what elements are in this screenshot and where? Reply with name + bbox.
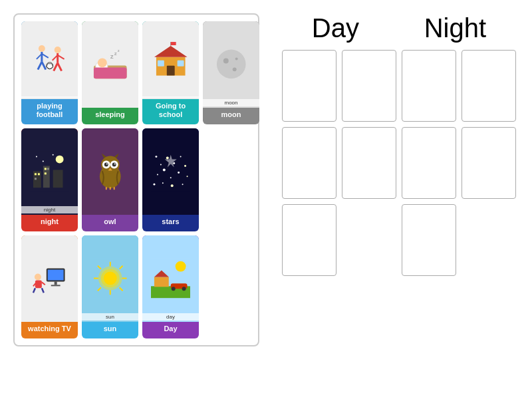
- day-row-2: [282, 127, 396, 199]
- day-drop-zone-4[interactable]: [342, 127, 396, 199]
- svg-point-80: [35, 274, 41, 281]
- svg-point-28: [223, 59, 229, 64]
- svg-marker-21: [154, 45, 188, 57]
- svg-rect-81: [35, 281, 42, 289]
- night-drop-zone-2[interactable]: [462, 50, 516, 122]
- empty-cell-1: [203, 128, 259, 231]
- day-drop-zone-3[interactable]: [282, 127, 336, 199]
- card-mini-label-sun: sun: [82, 313, 138, 321]
- svg-line-2: [38, 61, 42, 69]
- day-drop-zone-1[interactable]: [282, 50, 336, 122]
- card-going-to-school[interactable]: Going to school: [142, 21, 199, 124]
- card-stars[interactable]: stars: [142, 128, 199, 231]
- svg-point-61: [160, 164, 162, 166]
- svg-rect-40: [38, 174, 40, 176]
- card-playing-football[interactable]: playing football: [21, 21, 78, 124]
- svg-text:z: z: [114, 51, 116, 57]
- svg-rect-77: [48, 270, 64, 281]
- card-image-owl: [82, 128, 138, 215]
- night-drop-zone-4[interactable]: [462, 127, 516, 199]
- day-row-3: [282, 204, 396, 276]
- svg-line-3: [42, 61, 46, 69]
- svg-rect-101: [154, 277, 169, 287]
- svg-point-74: [182, 184, 183, 186]
- svg-point-65: [184, 165, 186, 167]
- svg-point-70: [186, 176, 188, 178]
- svg-point-60: [155, 156, 157, 158]
- svg-point-71: [153, 184, 155, 186]
- night-drop-zone-3[interactable]: [402, 127, 456, 199]
- svg-point-27: [217, 50, 246, 79]
- svg-rect-44: [45, 173, 47, 175]
- day-row-1: [282, 50, 396, 122]
- card-mini-label-football: [21, 96, 78, 98]
- svg-line-8: [53, 63, 57, 70]
- svg-line-82: [33, 289, 35, 293]
- night-row-1: [402, 50, 516, 122]
- svg-point-54: [114, 164, 115, 165]
- card-mini-label-school: [142, 96, 199, 98]
- svg-point-72: [162, 183, 164, 184]
- card-day[interactable]: day Day: [142, 235, 199, 338]
- svg-line-9: [57, 63, 61, 70]
- card-mini-label-night: night: [21, 206, 78, 213]
- night-row-2: [402, 127, 516, 199]
- card-image-sun: sun: [82, 235, 138, 322]
- card-grid-panel: playing football z z z sleeping: [13, 13, 259, 346]
- svg-point-67: [163, 169, 166, 172]
- svg-line-5: [42, 53, 49, 57]
- svg-text:z: z: [110, 53, 114, 61]
- day-drop-zone-5[interactable]: [282, 204, 336, 276]
- card-image-moon: moon: [203, 21, 259, 108]
- card-label-stars: stars: [142, 215, 199, 227]
- card-owl[interactable]: owl: [82, 128, 138, 231]
- card-sun[interactable]: sun sun: [82, 235, 138, 338]
- svg-rect-26: [171, 42, 176, 45]
- card-mini-label-day: day: [142, 313, 199, 321]
- night-drop-zone-5[interactable]: [402, 204, 456, 276]
- card-label-going-to-school: Going to school: [142, 99, 199, 120]
- svg-rect-39: [35, 174, 37, 176]
- card-label-sun: sun: [82, 322, 138, 334]
- day-column: [282, 50, 396, 276]
- svg-point-35: [52, 154, 53, 156]
- svg-rect-36: [33, 172, 41, 188]
- card-label-night: night: [21, 215, 78, 227]
- card-image-playing-football: [21, 21, 78, 99]
- day-drop-zone-2[interactable]: [342, 50, 396, 122]
- svg-point-0: [39, 45, 45, 52]
- svg-rect-15: [94, 68, 127, 79]
- night-row-3: [402, 204, 516, 276]
- svg-point-105: [182, 287, 186, 291]
- svg-line-11: [57, 55, 64, 59]
- svg-point-32: [55, 156, 63, 164]
- svg-rect-43: [47, 168, 49, 170]
- svg-rect-22: [167, 65, 175, 75]
- svg-point-69: [178, 172, 180, 174]
- svg-point-66: [157, 174, 158, 176]
- card-night[interactable]: night night: [21, 128, 78, 231]
- card-moon[interactable]: moon moon: [203, 21, 259, 124]
- svg-point-34: [43, 161, 44, 162]
- card-label-playing-football: playing football: [21, 99, 78, 120]
- svg-rect-38: [53, 170, 63, 188]
- day-header: Day: [312, 13, 359, 43]
- svg-point-68: [170, 178, 172, 179]
- night-drop-zone-1[interactable]: [402, 50, 456, 122]
- svg-rect-42: [45, 168, 47, 170]
- card-watching-tv[interactable]: watching TV: [21, 235, 78, 338]
- svg-point-89: [104, 272, 117, 285]
- svg-rect-78: [54, 282, 57, 285]
- svg-point-73: [171, 185, 174, 188]
- card-label-day: Day: [142, 322, 199, 334]
- svg-line-85: [42, 283, 45, 285]
- card-image-sleeping: z z z: [82, 21, 138, 108]
- svg-text:z: z: [117, 49, 119, 53]
- card-label-sleeping: sleeping: [82, 108, 138, 120]
- card-sleeping[interactable]: z z z sleeping: [82, 21, 138, 124]
- night-header: Night: [424, 13, 486, 43]
- svg-point-62: [166, 157, 169, 160]
- svg-point-30: [235, 58, 237, 61]
- svg-line-83: [42, 289, 44, 293]
- card-image-day: day: [142, 235, 199, 322]
